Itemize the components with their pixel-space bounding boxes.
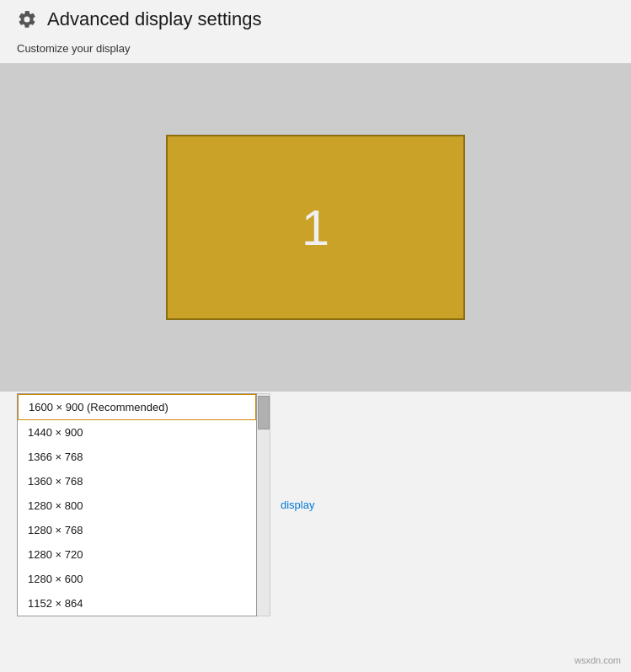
resolution-item[interactable]: 1366 × 768 (18, 445, 256, 469)
subtitle: Customize your display (0, 37, 631, 63)
resolution-item[interactable]: 1280 × 768 (18, 518, 256, 542)
resolution-item[interactable]: 1360 × 768 (18, 469, 256, 493)
dropdown-area: 1600 × 900 (Recommended)1440 × 9001366 ×… (0, 393, 631, 616)
page-title: Advanced display settings (47, 8, 261, 30)
resolution-listbox[interactable]: 1600 × 900 (Recommended)1440 × 9001366 ×… (17, 393, 257, 616)
gear-icon (17, 9, 37, 29)
resolution-item[interactable]: 1280 × 720 (18, 542, 256, 567)
watermark: wsxdn.com (575, 655, 621, 665)
resolution-item[interactable]: 1152 × 864 (18, 591, 256, 616)
resolution-listbox-wrapper: 1600 × 900 (Recommended)1440 × 9001366 ×… (17, 393, 270, 616)
resolution-item[interactable]: 1280 × 600 (18, 567, 256, 591)
display-preview-area: 1 (0, 63, 631, 392)
resolution-item[interactable]: 1280 × 800 (18, 493, 256, 518)
customize-display-link[interactable]: display (281, 499, 314, 511)
bottom-row: 1600 × 900 (Recommended)1440 × 9001366 ×… (17, 393, 614, 616)
page-header: Advanced display settings (0, 0, 631, 37)
resolution-item[interactable]: 1600 × 900 (Recommended) (18, 394, 256, 420)
resolution-item[interactable]: 1440 × 900 (18, 420, 256, 445)
scrollbar-track[interactable] (257, 393, 270, 616)
monitor-number: 1 (302, 199, 329, 257)
scrollbar-thumb[interactable] (258, 396, 270, 429)
monitor-box: 1 (166, 135, 465, 320)
